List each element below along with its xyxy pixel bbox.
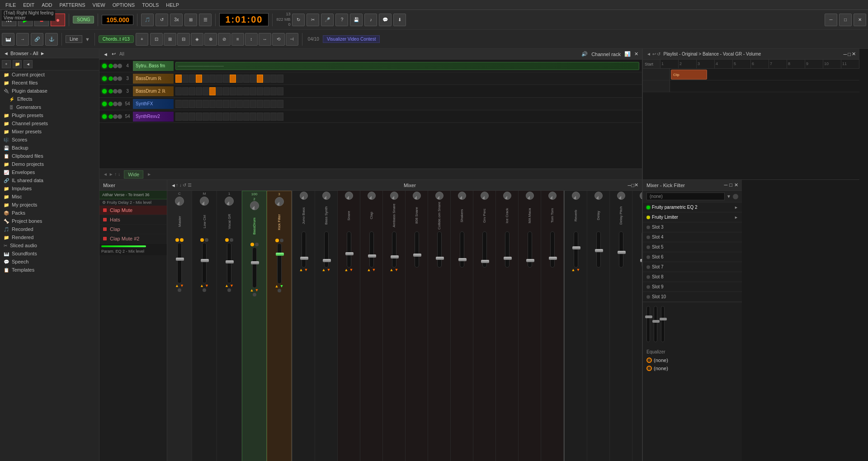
beat-cell[interactable] xyxy=(209,87,216,95)
strip-fader-handle[interactable] xyxy=(345,252,354,255)
ch-rack-close-icon[interactable]: ✕ xyxy=(634,51,638,57)
browser-item-mixer-presets[interactable]: 📁 Mixer presets xyxy=(0,127,99,136)
strip-up-arrow[interactable]: ▲ xyxy=(390,268,394,272)
strip-up-arrow[interactable]: ▲ xyxy=(200,283,204,288)
menu-item-patterns[interactable]: PATTERNS xyxy=(56,0,89,10)
strip-up-arrow[interactable]: ▲ xyxy=(299,268,303,272)
beat-cell[interactable] xyxy=(196,113,202,121)
fx-fader-handle[interactable] xyxy=(660,318,667,320)
beat-cell[interactable] xyxy=(257,87,263,95)
ch-rack-nav-left[interactable]: ◄ xyxy=(103,52,108,57)
fx-slot-9[interactable]: Slot 9 xyxy=(643,282,742,292)
fx-slot-led[interactable] xyxy=(646,216,650,219)
piano-icon[interactable]: 🎹 xyxy=(2,33,14,46)
strip-fader-handle[interactable] xyxy=(595,249,603,252)
tempo-display[interactable]: 105.000 xyxy=(102,15,133,25)
beat-cell[interactable] xyxy=(250,75,256,83)
strip-pan-knob[interactable] xyxy=(300,192,308,200)
mixer-maximize-icon[interactable]: □ xyxy=(631,183,634,188)
beat-cell[interactable] xyxy=(196,75,202,83)
metronome-icon[interactable]: 🎵 xyxy=(141,14,154,26)
browser-item-recorded[interactable]: 🎵 Recorded xyxy=(0,225,99,233)
pattern-item-clap-mute2[interactable]: Clap Mute #2 xyxy=(99,234,167,244)
browser-item-misc[interactable]: 📁 Misc xyxy=(0,193,99,201)
browser-item-channel-presets[interactable]: 📁 Channel presets xyxy=(0,119,99,127)
fx-slot-led[interactable] xyxy=(646,245,650,249)
strip-fader-handle[interactable] xyxy=(640,259,642,262)
strip-pan-knob[interactable] xyxy=(413,192,421,200)
strip-fader-handle[interactable] xyxy=(458,258,467,261)
strip-down-arrow[interactable]: ▼ xyxy=(280,284,284,288)
loop-icon[interactable]: ↺ xyxy=(156,14,168,26)
browser-item-soundfonts[interactable]: 🎹 Soundfonts xyxy=(0,249,99,258)
beat-cell[interactable] xyxy=(277,100,283,108)
browser-nav-add[interactable]: + xyxy=(2,60,11,68)
channel-rack-icon[interactable]: 🔊 xyxy=(581,51,588,57)
beat-cell[interactable] xyxy=(250,113,256,121)
beat-cell[interactable] xyxy=(230,87,236,95)
mixer-fx-minimize[interactable]: ─ xyxy=(724,182,728,188)
fx-slot-led[interactable] xyxy=(646,255,650,259)
strip-pan-knob[interactable] xyxy=(572,192,580,200)
beat-cell[interactable] xyxy=(270,113,277,121)
beat-cell[interactable] xyxy=(175,75,182,83)
chord-tool5[interactable]: ⊕ xyxy=(204,33,217,46)
settings-icon[interactable]: ☰ xyxy=(199,14,212,26)
browser-item-templates[interactable]: 📋 Templates xyxy=(0,266,99,274)
channel-solo-btn[interactable] xyxy=(113,89,118,94)
strip-down-arrow[interactable]: ▼ xyxy=(304,268,308,272)
strip-fader-handle[interactable] xyxy=(368,254,376,258)
strip-fader-handle[interactable] xyxy=(226,260,234,263)
channel-name-synthrexv2[interactable]: SynthRexv2 xyxy=(133,112,174,122)
strip-down-arrow[interactable]: ▼ xyxy=(576,268,580,272)
strip-pan-knob[interactable] xyxy=(458,192,466,200)
channel-mono-btn[interactable] xyxy=(118,89,122,94)
strip-fader-handle[interactable] xyxy=(251,261,259,264)
cut-icon[interactable]: ✂ xyxy=(307,14,319,26)
channel-mono-btn[interactable] xyxy=(118,114,122,119)
fx-slot-led[interactable] xyxy=(646,285,650,289)
beat-cell[interactable] xyxy=(182,87,189,95)
strip-fader-handle[interactable] xyxy=(526,259,534,262)
strip-pan-knob[interactable] xyxy=(250,201,259,210)
beat-cell[interactable] xyxy=(189,87,195,95)
fx-slot-led[interactable] xyxy=(646,275,650,279)
browser-item-current-project[interactable]: 📁 Current project xyxy=(0,71,99,79)
strip-pan-knob[interactable] xyxy=(548,192,557,200)
send-dot[interactable] xyxy=(180,238,184,242)
beat-cell[interactable] xyxy=(209,75,216,83)
browser-item-project-bones[interactable]: 🦴 Project bones xyxy=(0,217,99,225)
browser-item-rendered[interactable]: 📁 Rendered xyxy=(0,233,99,241)
minimize-icon[interactable]: ─ xyxy=(825,14,837,26)
strip-down-arrow[interactable]: ▼ xyxy=(349,268,354,272)
fx-slot-parametric-eq[interactable]: Fruity parametric EQ 2 ► xyxy=(643,202,742,212)
beat-cell[interactable] xyxy=(189,75,195,83)
chord-tool4[interactable]: ◈ xyxy=(191,33,203,46)
fx-slot-led[interactable] xyxy=(646,206,650,209)
playlist-maximize[interactable]: □ xyxy=(848,52,851,57)
strip-down-arrow[interactable]: ▼ xyxy=(327,268,331,272)
beat-cell[interactable] xyxy=(175,100,182,108)
beat-cell[interactable] xyxy=(216,75,222,83)
fx-collapse-arrow[interactable]: ► xyxy=(734,215,738,220)
strip-fader-handle[interactable] xyxy=(391,255,399,259)
browser-item-clipboard[interactable]: 📋 Clipboard files xyxy=(0,152,99,160)
strip-fader-handle[interactable] xyxy=(201,259,209,262)
browser-item-impulses[interactable]: 📁 Impulses xyxy=(0,184,99,193)
song-mode-button[interactable]: SONG xyxy=(73,16,94,24)
mixer-nav-left[interactable]: ◄ xyxy=(171,183,176,188)
menu-item-edit[interactable]: EDIT xyxy=(19,0,38,10)
browser-item-scores[interactable]: 🎼 Scores xyxy=(0,136,99,144)
beat-cell[interactable] xyxy=(216,87,222,95)
grid-icon[interactable]: ⊞ xyxy=(184,14,197,26)
beat-cell[interactable] xyxy=(264,113,270,121)
beat-cell[interactable] xyxy=(257,75,263,83)
beat-cell[interactable] xyxy=(257,100,263,108)
maximize-icon[interactable]: □ xyxy=(839,14,852,26)
channel-solo-btn[interactable] xyxy=(113,102,118,106)
beat-cell[interactable] xyxy=(209,100,216,108)
strip-pan-knob[interactable] xyxy=(390,192,398,200)
chat-icon[interactable]: 💬 xyxy=(379,14,392,26)
menu-item-view[interactable]: VIEW xyxy=(89,0,109,10)
fx-slot-3[interactable]: Slot 3 xyxy=(643,222,742,232)
